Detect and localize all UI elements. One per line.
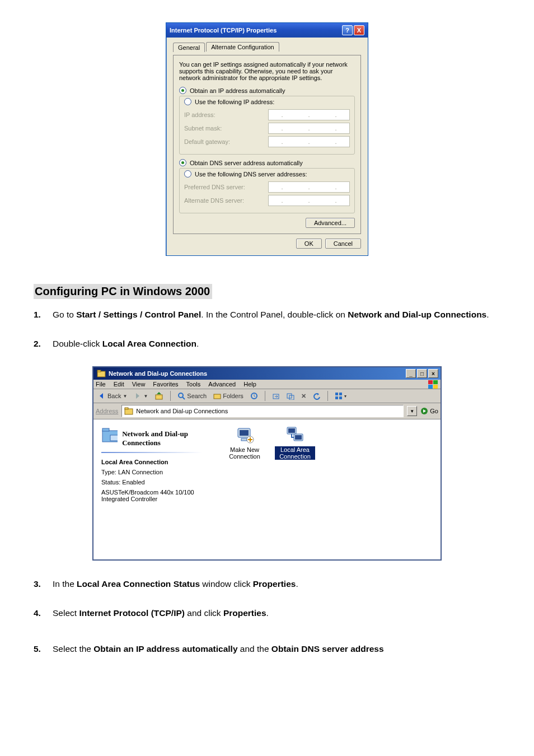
step-5-number: 5. (34, 642, 53, 656)
folder-icon (97, 369, 106, 378)
svg-rect-23 (110, 435, 118, 441)
lac-subheading: Local Area Connection (101, 459, 168, 465)
back-button[interactable]: Back ▼ (96, 391, 129, 400)
up-folder-icon (154, 391, 163, 400)
toolbar: Back ▼ ▼ Search Folders (93, 389, 441, 403)
menu-file[interactable]: File (96, 381, 106, 388)
svg-rect-3 (433, 380, 438, 384)
input-alternate-dns[interactable]: ... (268, 195, 350, 206)
move-to-button[interactable] (270, 391, 282, 400)
radio-use-following-dns[interactable] (184, 170, 191, 178)
svg-rect-1 (97, 370, 101, 372)
up-button[interactable] (152, 391, 166, 401)
svg-rect-5 (433, 385, 438, 389)
svg-rect-16 (335, 396, 338, 399)
menu-help[interactable]: Help (243, 381, 256, 388)
search-button[interactable]: Search (175, 391, 209, 400)
search-icon (177, 392, 185, 400)
close-button[interactable]: × (428, 369, 438, 378)
back-arrow-icon (98, 392, 106, 400)
go-icon (420, 407, 428, 415)
tab-alternate-configuration[interactable]: Alternate Configuration (206, 42, 279, 52)
svg-rect-17 (339, 396, 342, 399)
lac-device: ASUSTeK/Broadcom 440x 10/100 Integrated … (101, 489, 213, 502)
lac-type: Type: LAN Connection (101, 469, 213, 475)
dropdown-icon: ▼ (143, 394, 148, 399)
svg-line-8 (182, 397, 185, 399)
menu-advanced[interactable]: Advanced (208, 381, 236, 388)
minimize-button[interactable]: _ (406, 369, 416, 378)
menu-favorites[interactable]: Favorites (153, 381, 178, 388)
ok-button[interactable]: OK (296, 239, 322, 249)
advanced-button[interactable]: Advanced... (306, 218, 355, 228)
svg-point-7 (179, 393, 183, 398)
label-ip-address: IP address: (184, 111, 268, 118)
address-dropdown[interactable]: ▼ (407, 406, 417, 416)
help-icon: ? (345, 27, 349, 34)
section-heading: Configuring PC in Windows 2000 (34, 284, 212, 299)
address-input[interactable]: Network and Dial-up Connections (121, 405, 404, 417)
label-use-following-ip: Use the following IP address: (195, 99, 274, 105)
history-button[interactable] (248, 391, 260, 400)
radio-use-following-ip[interactable] (184, 98, 191, 105)
svg-rect-2 (428, 380, 433, 384)
local-area-connection-label: Local Area Connection (275, 446, 315, 460)
radio-obtain-dns-auto[interactable] (179, 159, 186, 166)
windows-logo-icon (428, 380, 438, 390)
folders-button[interactable]: Folders (211, 391, 246, 400)
views-button[interactable]: ▾ (332, 391, 349, 400)
make-new-connection-item[interactable]: Make New Connection (224, 425, 265, 460)
win2k-network-dialup-window: Network and Dial-up Connections _ □ × Fi… (92, 366, 442, 561)
dropdown-icon: ▼ (123, 394, 127, 399)
step-1-number: 1. (34, 308, 53, 321)
tab-general[interactable]: General (173, 43, 205, 52)
radio-obtain-ip-auto[interactable] (179, 87, 186, 94)
views-icon (335, 392, 343, 400)
svg-rect-9 (214, 394, 221, 399)
undo-button[interactable] (311, 391, 323, 400)
close-button[interactable]: X (354, 25, 364, 35)
input-subnet-mask[interactable]: ... (268, 123, 350, 134)
maximize-button[interactable]: □ (417, 369, 427, 378)
menu-tools[interactable]: Tools (186, 381, 201, 388)
svg-rect-19 (125, 408, 128, 409)
svg-rect-29 (288, 428, 295, 433)
step-2-text: Double-click Local Area Connection. (53, 337, 500, 351)
explain-text: You can get IP settings assigned automat… (179, 61, 355, 81)
delete-icon: ✕ (301, 393, 306, 400)
copy-to-button[interactable] (284, 391, 297, 400)
svg-rect-22 (102, 428, 109, 431)
step-3-text: In the Local Area Connection Status wind… (53, 577, 500, 591)
svg-rect-6 (156, 395, 162, 399)
svg-rect-15 (339, 393, 342, 395)
tcpip-properties-dialog: Internet Protocol (TCP/IP) Properties ? … (166, 22, 368, 256)
step-5-text: Select the Obtain an IP address automati… (53, 642, 500, 656)
local-area-connection-item[interactable]: Local Area Connection (275, 425, 315, 460)
folder-icon (124, 407, 133, 416)
delete-button[interactable]: ✕ (299, 392, 308, 400)
dialog-titlebar: Internet Protocol (TCP/IP) Properties ? … (166, 23, 368, 38)
go-button[interactable]: Go (420, 407, 438, 415)
tab-panel-general: You can get IP settings assigned automat… (173, 55, 361, 234)
left-info-pane: Network and Dial-up Connections Local Ar… (93, 419, 219, 559)
label-preferred-dns: Preferred DNS server: (184, 184, 268, 190)
help-button[interactable]: ? (342, 25, 353, 35)
history-icon (250, 392, 258, 400)
input-default-gateway[interactable]: ... (268, 136, 350, 147)
make-new-connection-label: Make New Connection (224, 446, 265, 460)
step-4-number: 4. (34, 606, 53, 620)
cancel-button[interactable]: Cancel (325, 239, 361, 249)
menu-view[interactable]: View (132, 381, 146, 388)
label-obtain-ip-auto: Obtain an IP address automatically (190, 87, 285, 94)
svg-rect-26 (241, 438, 247, 441)
menu-edit[interactable]: Edit (114, 381, 124, 388)
input-preferred-dns[interactable]: ... (268, 181, 350, 193)
svg-rect-31 (295, 435, 302, 440)
label-use-following-dns: Use the following DNS server addresses: (195, 171, 307, 178)
step-1-text: Go to Start / Settings / Control Panel. … (53, 308, 500, 321)
forward-button[interactable]: ▼ (132, 391, 150, 400)
address-label: Address (96, 408, 118, 414)
folders-icon (213, 392, 221, 400)
step-3-number: 3. (34, 577, 53, 591)
input-ip-address[interactable]: ... (268, 109, 350, 120)
